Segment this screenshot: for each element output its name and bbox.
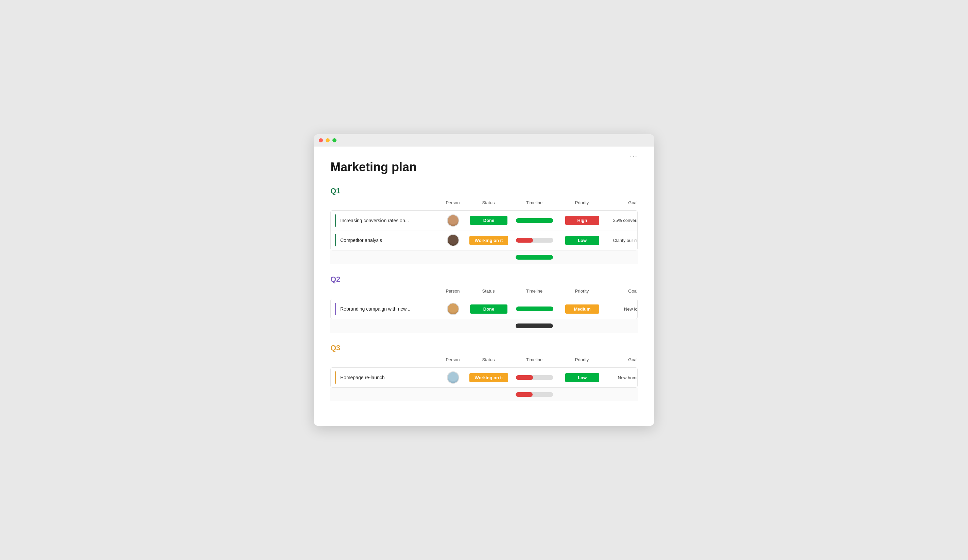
sum-timeline-fill xyxy=(515,255,553,260)
timeline-cell xyxy=(511,218,559,223)
col-headers-q1: Person Status Timeline Priority Goal Bud… xyxy=(330,199,638,210)
task-cell: Homepage re-launch xyxy=(331,371,439,384)
sum-timeline-bar xyxy=(515,323,553,328)
col-header-status-q3: Status xyxy=(466,357,511,365)
timeline-fill xyxy=(516,307,554,311)
col-header-priority-q1: Priority xyxy=(558,200,606,208)
avatar xyxy=(447,303,459,315)
task-border xyxy=(335,214,336,227)
task-cell: Competitor analysis xyxy=(331,234,439,246)
priority-cell: Low xyxy=(559,236,606,245)
table-row: Rebranding campaign with new... Done xyxy=(331,299,637,319)
table-row: Competitor analysis Working on it xyxy=(331,230,637,250)
col-header-goal-q1: Goal xyxy=(606,200,654,208)
status-cell: Working on it xyxy=(467,236,511,245)
task-name: Homepage re-launch xyxy=(340,375,385,380)
task-border xyxy=(335,234,336,246)
col-header-goal-q3: Goal xyxy=(606,357,654,365)
close-button[interactable] xyxy=(319,138,323,142)
status-badge[interactable]: Done xyxy=(470,305,507,314)
col-header-task xyxy=(330,200,439,208)
section-header-q2: Q2 xyxy=(330,275,638,284)
sum-timeline-fill xyxy=(515,323,553,328)
col-header-person-q1: Person xyxy=(439,200,466,208)
timeline-cell xyxy=(511,375,559,380)
table-q3: Homepage re-launch Working on it L xyxy=(330,367,638,388)
status-badge[interactable]: Working on it xyxy=(469,373,509,382)
main-content: Marketing plan ··· Q1 Person Status Time… xyxy=(314,146,654,426)
col-header-person-q2: Person xyxy=(439,288,466,297)
sum-row-q3: $4,550 sum xyxy=(330,388,638,401)
priority-badge[interactable]: Low xyxy=(565,373,599,382)
sum-timeline-fill xyxy=(515,392,533,397)
timeline-bar xyxy=(516,238,554,243)
table-row: Homepage re-launch Working on it L xyxy=(331,368,637,388)
col-header-timeline-q2: Timeline xyxy=(511,288,558,297)
col-header-task xyxy=(330,288,439,297)
status-cell: Working on it xyxy=(467,373,511,382)
priority-badge[interactable]: Medium xyxy=(565,305,599,314)
task-name: Rebranding campaign with new... xyxy=(340,306,410,311)
col-header-priority-q2: Priority xyxy=(558,288,606,297)
col-header-priority-q3: Priority xyxy=(558,357,606,365)
status-cell: Done xyxy=(467,305,511,314)
col-header-status-q2: Status xyxy=(466,288,511,297)
avatar xyxy=(447,214,459,227)
priority-badge[interactable]: Low xyxy=(565,236,599,245)
priority-badge[interactable]: High xyxy=(565,216,599,225)
priority-cell: Medium xyxy=(559,305,606,314)
page-title: Marketing plan xyxy=(330,160,638,174)
timeline-fill xyxy=(516,375,533,380)
sum-row-q2: $3,000 sum xyxy=(330,319,638,333)
sum-row-q1: $6,200 sum xyxy=(330,250,638,264)
goal-cell: Clarify our main co... xyxy=(606,238,638,243)
timeline-fill xyxy=(516,218,554,223)
col-header-timeline-q3: Timeline xyxy=(511,357,558,365)
task-border xyxy=(335,303,336,315)
priority-cell: High xyxy=(559,216,606,225)
titlebar xyxy=(314,134,654,146)
task-border xyxy=(335,371,336,384)
task-cell: Increasing conversion rates on... xyxy=(331,214,439,227)
avatar xyxy=(447,371,459,384)
section-title-q3: Q3 xyxy=(330,343,340,352)
sum-timeline-bar xyxy=(515,392,553,397)
status-badge[interactable]: Working on it xyxy=(469,236,509,245)
table-row: Increasing conversion rates on... Done xyxy=(331,211,637,230)
maximize-button[interactable] xyxy=(332,138,336,142)
col-header-person-q3: Person xyxy=(439,357,466,365)
section-header-q3: Q3 xyxy=(330,343,638,352)
section-q2: Q2 Person Status Timeline Priority Goal … xyxy=(330,275,638,333)
task-name: Increasing conversion rates on... xyxy=(340,218,409,223)
table-q2: Rebranding campaign with new... Done xyxy=(330,299,638,319)
col-headers-q2: Person Status Timeline Priority Goal Bud… xyxy=(330,287,638,298)
goal-cell: 25% conversion rate xyxy=(606,218,638,223)
section-q1: Q1 Person Status Timeline Priority Goal … xyxy=(330,187,638,264)
minimize-button[interactable] xyxy=(326,138,330,142)
status-badge[interactable]: Done xyxy=(470,216,507,225)
sum-timeline xyxy=(511,255,558,260)
col-header-status-q1: Status xyxy=(466,200,511,208)
timeline-fill xyxy=(516,238,533,243)
timeline-cell xyxy=(511,238,559,243)
timeline-bar xyxy=(516,375,554,380)
sum-timeline xyxy=(511,392,558,397)
task-cell: Rebranding campaign with new... xyxy=(331,303,439,315)
section-q3: Q3 Person Status Timeline Priority Goal … xyxy=(330,343,638,401)
task-name: Competitor analysis xyxy=(340,237,382,243)
goal-cell: New logo xyxy=(606,307,638,311)
section-title-q2: Q2 xyxy=(330,275,340,284)
status-cell: Done xyxy=(467,216,511,225)
col-header-task xyxy=(330,357,439,365)
col-header-timeline-q1: Timeline xyxy=(511,200,558,208)
app-window: Marketing plan ··· Q1 Person Status Time… xyxy=(314,134,654,426)
timeline-cell xyxy=(511,307,559,311)
avatar xyxy=(447,234,459,246)
col-header-goal-q2: Goal xyxy=(606,288,654,297)
sum-timeline xyxy=(511,323,558,328)
more-options-button[interactable]: ··· xyxy=(630,152,638,160)
sum-timeline-bar xyxy=(515,255,553,260)
col-headers-q3: Person Status Timeline Priority Goal Bud… xyxy=(330,356,638,367)
section-header-q1: Q1 xyxy=(330,187,638,196)
table-q1: Increasing conversion rates on... Done xyxy=(330,210,638,250)
